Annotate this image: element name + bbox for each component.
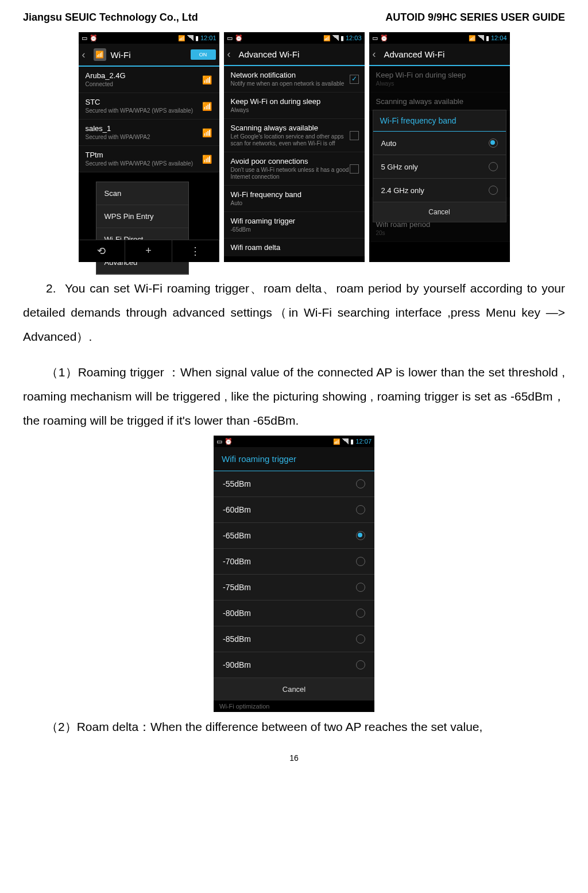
network-status: Secured with WPA/WPA2 (WPS available)	[86, 107, 201, 114]
alarm-icon: ⏰	[235, 34, 243, 42]
radio-icon	[489, 162, 498, 171]
option-label: Auto	[381, 139, 397, 148]
setting-sub: 20s	[376, 230, 504, 237]
page-number: 16	[23, 753, 565, 763]
option-label: -75dBm	[223, 583, 251, 592]
network-status: Connected	[86, 81, 201, 88]
wifi-network-item[interactable]: Aruba_2.4GConnected 📶	[79, 67, 219, 93]
cancel-button[interactable]: Cancel	[214, 678, 374, 700]
sim-icon: ▭	[227, 34, 233, 42]
checkbox-icon[interactable]	[350, 75, 359, 84]
menu-button[interactable]: ⋮	[172, 240, 219, 262]
option-auto[interactable]: Auto	[373, 132, 506, 155]
paragraph-1: 2. You can set Wi-Fi roaming trigger、roa…	[23, 276, 565, 349]
setting-network-notification[interactable]: Network notificationNotify me when an op…	[224, 66, 365, 93]
status-bar: ▭⏰ 📶▮12:01	[79, 32, 219, 44]
network-status: Secured with WPA/WPA2 (WPS available)	[86, 160, 201, 167]
battery-icon: ▮	[195, 34, 199, 42]
screen-title: Advanced Wi-Fi	[239, 49, 361, 59]
back-icon[interactable]: ‹	[82, 49, 89, 61]
list-number: 2.	[46, 282, 56, 295]
battery-icon: ▮	[486, 34, 489, 42]
sim-icon: ▭	[82, 34, 87, 42]
screen-title: Advanced Wi-Fi	[384, 49, 506, 59]
screenshot-advanced-wifi: ▭⏰ 📶▮12:03 ‹ Advanced Wi-Fi Network noti…	[224, 32, 365, 262]
setting-roam-delta[interactable]: Wifi roam delta	[224, 238, 365, 256]
sim-icon: ▭	[372, 34, 378, 42]
setting-sub: Always	[376, 80, 504, 87]
wps-button[interactable]: ⟲	[79, 240, 126, 262]
status-time: 12:03	[346, 34, 362, 41]
wifi-signal-icon: 📶	[201, 75, 214, 84]
setting-title: Scanning always available	[231, 124, 350, 132]
checkbox-icon[interactable]	[350, 131, 359, 140]
paragraph-3: （2）Roam delta：When the difference betwee…	[23, 715, 565, 739]
option-70dbm[interactable]: -70dBm	[214, 549, 374, 575]
setting-sub: -65dBm	[231, 226, 359, 233]
wifi-network-item[interactable]: STCSecured with WPA/WPA2 (WPS available)…	[79, 93, 219, 120]
network-name: TPtm	[86, 151, 201, 159]
alarm-icon: ⏰	[380, 34, 388, 42]
option-24ghz[interactable]: 2.4 GHz only	[373, 179, 506, 202]
back-icon: ‹	[373, 48, 380, 60]
menu-scan[interactable]: Scan	[96, 182, 188, 205]
option-55dbm[interactable]: -55dBm	[214, 471, 374, 497]
radio-icon	[356, 634, 365, 644]
setting-title: Keep Wi-Fi on during sleep	[231, 97, 359, 106]
screenshot-wifi-list: ▭⏰ 📶▮12:01 ‹ 📶 Wi-Fi ON Aruba_2.4GConnec…	[79, 32, 219, 262]
wifi-toggle[interactable]: ON	[191, 49, 216, 60]
page-header: Jiangsu SEUIC Technology Co., Ltd AUTOID…	[23, 11, 565, 24]
option-label: 5 GHz only	[381, 163, 418, 171]
setting-sub: Always	[231, 107, 359, 114]
setting-avoid-poor[interactable]: Avoid poor connectionsDon't use a Wi-Fi …	[224, 152, 365, 186]
cancel-button[interactable]: Cancel	[373, 202, 506, 222]
setting-title: Scanning always available	[376, 97, 504, 106]
status-bar: ▭⏰ 📶▮12:03	[224, 32, 365, 44]
setting-title: Keep Wi-Fi on during sleep	[376, 71, 504, 79]
option-label: -65dBm	[223, 531, 251, 540]
setting-title: Wi-Fi frequency band	[231, 190, 359, 199]
option-5ghz[interactable]: 5 GHz only	[373, 155, 506, 179]
add-network-button[interactable]: +	[125, 240, 172, 262]
option-label: -55dBm	[223, 479, 251, 488]
wifi-icon: 📶	[323, 35, 330, 41]
roaming-trigger-dialog: Wifi roaming trigger -55dBm -60dBm -65dB…	[214, 447, 374, 700]
setting-frequency-band[interactable]: Wi-Fi frequency bandAuto	[224, 186, 365, 212]
option-65dbm[interactable]: -65dBm	[214, 523, 374, 549]
setting-keep-wifi-sleep[interactable]: Keep Wi-Fi on during sleepAlways	[224, 93, 365, 119]
alarm-icon: ⏰	[90, 34, 98, 42]
back-icon[interactable]: ‹	[227, 48, 234, 60]
status-bar: ▭⏰ 📶▮12:04	[369, 32, 510, 44]
network-name: sales_1	[86, 124, 201, 133]
menu-wps[interactable]: WPS Pin Entry	[96, 205, 188, 228]
option-75dbm[interactable]: -75dBm	[214, 575, 374, 601]
setting-roaming-trigger[interactable]: Wifi roaming trigger-65dBm	[224, 212, 365, 238]
status-time: 12:01	[200, 34, 216, 41]
bg-setting: Scanning always available	[369, 93, 510, 111]
setting-scanning-always[interactable]: Scanning always availableLet Google's lo…	[224, 119, 365, 152]
signal-icon	[332, 35, 339, 41]
status-bar: ▭⏰ 📶▮12:07	[214, 436, 374, 447]
radio-icon	[356, 609, 365, 618]
title-bar: ‹ Advanced Wi-Fi	[369, 44, 510, 66]
checkbox-icon[interactable]	[350, 164, 359, 174]
option-80dbm[interactable]: -80dBm	[214, 601, 374, 626]
status-time: 12:04	[491, 34, 507, 41]
radio-icon	[356, 557, 365, 566]
background-setting-text: Wi-Fi optimization	[214, 700, 374, 712]
wifi-signal-icon: 📶	[201, 155, 214, 164]
setting-sub: Don't use a Wi-Fi network unless it has …	[231, 167, 350, 180]
dialog-title: Wifi roaming trigger	[214, 447, 374, 471]
option-60dbm[interactable]: -60dBm	[214, 497, 374, 523]
radio-icon	[356, 660, 365, 669]
radio-icon	[356, 531, 365, 540]
network-status: Secured with WPA/WPA2	[86, 134, 201, 141]
option-90dbm[interactable]: -90dBm	[214, 652, 374, 678]
option-85dbm[interactable]: -85dBm	[214, 626, 374, 652]
radio-icon	[356, 505, 365, 514]
paragraph-2: （1）Roaming trigger ：When signal value of…	[23, 360, 565, 433]
bg-setting: Keep Wi-Fi on during sleepAlways	[369, 66, 510, 93]
wifi-network-item[interactable]: TPtmSecured with WPA/WPA2 (WPS available…	[79, 146, 219, 172]
wifi-settings-icon: 📶	[94, 48, 106, 61]
wifi-network-item[interactable]: sales_1Secured with WPA/WPA2 📶	[79, 120, 219, 146]
